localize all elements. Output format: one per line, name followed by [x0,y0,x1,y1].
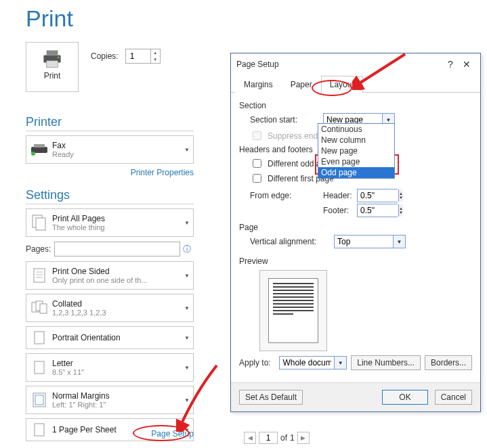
preview-box [259,270,327,351]
tab-paper[interactable]: Paper [282,76,321,93]
cancel-button[interactable]: Cancel [435,390,472,405]
printer-name: Fax [52,141,181,150]
page-group-label: Page [239,223,472,232]
print-range-main: Print All Pages [52,214,181,223]
option-new-column[interactable]: New column [318,135,394,145]
option-odd-page[interactable]: Odd page [318,167,394,178]
option-continuous[interactable]: Continuous [318,124,394,135]
spinner-icon[interactable]: ▲▼ [398,189,403,202]
margins-icon [26,386,52,413]
from-edge-label: From edge: [250,191,318,200]
pages-icon [26,209,52,236]
one-sided-icon [26,262,52,289]
svg-rect-17 [35,361,44,374]
svg-point-3 [58,57,60,59]
printer-status: Ready [52,150,181,158]
ok-button[interactable]: OK [382,390,427,405]
print-button[interactable]: Print [26,42,79,92]
chevron-down-icon: ▼ [181,354,193,381]
svg-rect-8 [36,218,45,230]
printer-status-icon [26,136,52,163]
option-even-page[interactable]: Even page [318,156,394,167]
portrait-icon [26,327,52,349]
spinner-up-icon[interactable]: ▲ [151,49,160,56]
collate-sub: 1,2,3 1,2,3 1,2,3 [52,309,181,317]
paper-size-selector[interactable]: Letter 8.5" x 11" ▼ [26,353,194,382]
apply-to-combo[interactable]: ▼ [279,356,347,369]
different-first-page-checkbox[interactable] [253,174,261,183]
page-total: 1 [290,433,295,443]
svg-rect-5 [34,144,45,148]
footer-value[interactable] [358,204,398,217]
apply-to-label: Apply to: [239,358,275,367]
page-navigator: ◀ of 1 ▶ [244,432,310,444]
copies-spinner[interactable]: ▲ ▼ [125,49,161,64]
sides-main: Print One Sided [52,267,181,276]
orientation-main: Portrait Orientation [52,333,181,342]
pages-label: Pages: [26,244,54,254]
header-value[interactable] [358,189,398,202]
spinner-icon[interactable]: ▲▼ [398,204,403,217]
suppress-endnotes-checkbox [253,131,261,140]
chevron-down-icon: ▼ [181,294,193,321]
chevron-down-icon: ▼ [181,209,193,236]
printer-selector[interactable]: Fax Ready ▼ [26,135,194,164]
chevron-down-icon: ▼ [181,262,193,289]
preview-label: Preview [239,256,472,266]
orientation-selector[interactable]: Portrait Orientation ▼ [26,326,194,349]
svg-rect-1 [47,50,58,55]
settings-section-header: Settings [26,188,194,204]
svg-point-6 [31,152,35,156]
set-as-default-button[interactable]: Set As Default [239,390,303,405]
sides-selector[interactable]: Print One Sided Only print on one side o… [26,261,194,290]
copies-label: Copies: [91,51,119,61]
prev-page-button[interactable]: ◀ [244,432,256,444]
header-spinner[interactable]: ▲▼ [357,189,398,202]
chevron-down-icon: ▼ [181,327,193,349]
chevron-down-icon: ▼ [181,136,193,163]
chevron-down-icon[interactable]: ▼ [393,236,405,248]
valign-value[interactable] [335,236,393,248]
dialog-title: Page Setup [236,60,442,69]
print-button-label: Print [26,71,78,81]
page-setup-link[interactable]: Page Setup [151,429,194,439]
page-number-input[interactable] [259,432,278,444]
print-range-selector[interactable]: Print All Pages The whole thing ▼ [26,208,194,237]
different-odd-even-checkbox[interactable] [253,159,261,168]
paper-main: Letter [52,359,181,368]
section-start-dropdown[interactable]: Continuous New column New page Even page… [318,123,395,179]
printer-section-header: Printer [26,115,194,131]
tab-margins[interactable]: Margins [235,76,282,93]
info-icon[interactable]: ⓘ [180,244,194,255]
next-page-button[interactable]: ▶ [297,432,310,444]
of-label: of [280,433,287,443]
collate-selector[interactable]: Collated 1,2,3 1,2,3 1,2,3 ▼ [26,294,194,322]
valign-combo[interactable]: ▼ [334,235,406,248]
paper-sub: 8.5" x 11" [52,368,181,376]
tab-layout[interactable]: Layout [321,76,363,93]
margins-main: Normal Margins [52,391,181,401]
borders-button[interactable]: Borders... [425,355,472,370]
help-button[interactable]: ? [442,59,459,70]
footer-label: Footer: [323,206,352,215]
pages-input[interactable] [54,242,180,256]
apply-to-value[interactable] [280,357,334,369]
section-group-label: Section [239,101,472,110]
paper-icon [26,354,52,381]
different-odd-even-label: Different odd an [268,159,325,169]
chevron-down-icon[interactable]: ▼ [334,357,346,369]
page-title: Print [26,5,73,32]
collate-main: Collated [52,299,181,309]
printer-properties-link[interactable]: Printer Properties [131,168,194,177]
line-numbers-button[interactable]: Line Numbers... [351,355,421,370]
close-button[interactable]: ✕ [459,59,475,70]
margins-selector[interactable]: Normal Margins Left: 1" Right: 1" ▼ [26,386,194,414]
svg-rect-15 [40,304,47,313]
spinner-down-icon[interactable]: ▼ [151,56,160,63]
printer-icon [41,49,64,68]
chevron-down-icon: ▼ [181,386,193,413]
margins-sub: Left: 1" Right: 1" [52,401,181,409]
copies-input[interactable] [126,49,150,63]
footer-spinner[interactable]: ▲▼ [357,204,398,217]
option-new-page[interactable]: New page [318,145,394,156]
